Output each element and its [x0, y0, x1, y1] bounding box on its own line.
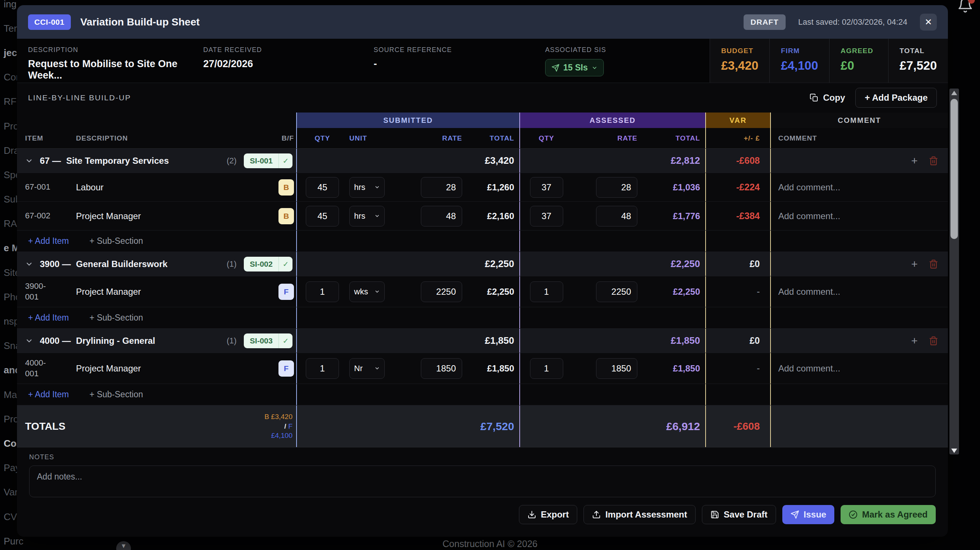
notes-textarea[interactable]	[29, 466, 936, 497]
add-comment-field[interactable]: Add comment...	[778, 182, 840, 192]
field-label: SOURCE REFERENCE	[374, 46, 534, 54]
add-row-icon[interactable]: +	[911, 155, 918, 166]
unit-select[interactable]: Nr	[349, 358, 385, 379]
field-label: DESCRIPTION	[28, 46, 192, 54]
line-item-row: 4000- 001 Project Manager F Nr £1,850 £1…	[17, 353, 948, 384]
chevron-down-icon[interactable]	[25, 157, 33, 165]
group-assessed: ASSESSED	[519, 113, 705, 128]
vertical-scrollbar[interactable]	[950, 89, 959, 455]
scrollbar-up-arrow[interactable]	[951, 91, 957, 95]
section-count: (1)	[226, 259, 236, 269]
export-button[interactable]: Export	[519, 505, 577, 524]
unit-value: hrs	[354, 183, 366, 192]
reference-badge: CCI-001	[28, 14, 71, 30]
col-item: ITEM	[17, 128, 68, 148]
unit-select[interactable]: wks	[349, 281, 385, 302]
save-icon	[710, 510, 719, 519]
associated-sis-button[interactable]: 15 SIs	[545, 59, 604, 76]
submitted-rate-input[interactable]	[421, 358, 462, 379]
add-item-link[interactable]: + Add Item	[28, 313, 69, 323]
send-icon	[791, 510, 799, 519]
unit-select[interactable]: hrs	[349, 206, 385, 226]
var-value: -	[757, 286, 760, 297]
notification-bell-icon[interactable]	[957, 0, 974, 14]
add-comment-field[interactable]: Add comment...	[778, 287, 840, 297]
section-code: 4000 —	[40, 336, 71, 346]
assessed-rate-input[interactable]	[596, 177, 637, 198]
si-badge[interactable]: SI-002 ✓	[244, 257, 293, 272]
assessed-rate-input[interactable]	[596, 358, 637, 379]
modal-title: Variation Build-up Sheet	[80, 16, 734, 28]
check-icon[interactable]: ✓	[278, 257, 293, 272]
item-number: 67-001	[25, 182, 51, 192]
bf-badge[interactable]: B	[278, 208, 294, 224]
si-badge[interactable]: SI-003 ✓	[244, 334, 293, 348]
section-submitted-total: £3,420	[485, 155, 514, 166]
send-icon	[551, 64, 560, 72]
scrollbar-down-arrow[interactable]	[951, 448, 957, 453]
save-draft-button[interactable]: Save Draft	[702, 505, 776, 524]
submitted-qty-input[interactable]	[306, 177, 339, 198]
field-value: Request to Mobilise to Site One Week...	[28, 58, 192, 81]
add-subsection-link[interactable]: + Sub-Section	[90, 313, 143, 323]
trash-icon[interactable]	[929, 156, 938, 165]
unit-value: hrs	[354, 211, 366, 221]
chevron-down-icon[interactable]	[25, 260, 33, 268]
bf-badge[interactable]: B	[278, 179, 294, 196]
assessed-qty-input[interactable]	[530, 358, 563, 379]
stat-value: £4,100	[781, 59, 818, 73]
add-comment-field[interactable]: Add comment...	[778, 211, 840, 221]
submitted-total: £2,160	[487, 211, 514, 221]
field-label: DATE RECEIVED	[203, 46, 363, 54]
issue-button[interactable]: Issue	[782, 505, 834, 524]
mark-as-agreed-button[interactable]: Mark as Agreed	[841, 505, 936, 524]
assessed-qty-input[interactable]	[530, 206, 563, 226]
chevron-down-icon[interactable]	[25, 337, 33, 345]
import-assessment-button[interactable]: Import Assessment	[584, 505, 696, 524]
submitted-rate-input[interactable]	[421, 206, 462, 226]
add-item-link[interactable]: + Add Item	[28, 389, 69, 399]
issue-label: Issue	[804, 509, 826, 520]
check-icon[interactable]: ✓	[278, 334, 293, 348]
close-icon[interactable]: ✕	[920, 14, 937, 30]
trash-icon[interactable]	[929, 259, 938, 269]
item-number: 67-002	[25, 211, 51, 221]
submitted-rate-input[interactable]	[421, 177, 462, 198]
si-label: SI-002	[244, 257, 278, 272]
unit-select[interactable]: hrs	[349, 177, 385, 198]
assessed-qty-input[interactable]	[530, 177, 563, 198]
submitted-qty-input[interactable]	[306, 358, 339, 379]
copy-button[interactable]: Copy	[803, 89, 852, 107]
add-comment-field[interactable]: Add comment...	[778, 363, 840, 374]
totals-f: F	[288, 422, 293, 430]
totals-assessed: £6,912	[666, 420, 700, 433]
add-row-icon[interactable]: +	[911, 335, 918, 347]
add-row-icon[interactable]: +	[911, 259, 918, 270]
add-subsection-link[interactable]: + Sub-Section	[90, 236, 143, 246]
check-icon[interactable]: ✓	[278, 153, 293, 168]
col-var: +/- £	[705, 128, 771, 148]
trash-icon[interactable]	[929, 336, 938, 346]
export-label: Export	[541, 509, 569, 520]
submitted-rate-input[interactable]	[421, 281, 462, 302]
bf-badge[interactable]: F	[278, 284, 294, 300]
si-badge[interactable]: SI-001 ✓	[244, 153, 293, 168]
bf-badge[interactable]: F	[278, 361, 294, 377]
add-subsection-link[interactable]: + Sub-Section	[90, 389, 143, 399]
submitted-qty-input[interactable]	[306, 206, 339, 226]
add-package-button[interactable]: + Add Package	[855, 88, 937, 108]
add-links-row: + Add Item + Sub-Section	[17, 384, 948, 405]
add-item-link[interactable]: + Add Item	[28, 236, 69, 246]
item-description: Project Manager	[76, 287, 141, 297]
assessed-qty-input[interactable]	[530, 281, 563, 302]
screen: ing Tend ject Com RFIs Prog Draw Spec Su…	[0, 0, 980, 550]
section-code: 67 —	[40, 156, 61, 166]
line-item-row: 67-002 Project Manager B hrs £2,160 £1,7…	[17, 202, 948, 230]
si-label: SI-001	[244, 153, 278, 168]
group-submitted: SUBMITTED	[296, 113, 519, 128]
last-saved-text: Last saved: 02/03/2026, 04:24	[798, 17, 907, 27]
submitted-qty-input[interactable]	[306, 281, 339, 302]
scrollbar-thumb[interactable]	[950, 99, 958, 239]
assessed-rate-input[interactable]	[596, 281, 637, 302]
assessed-rate-input[interactable]	[596, 206, 637, 226]
